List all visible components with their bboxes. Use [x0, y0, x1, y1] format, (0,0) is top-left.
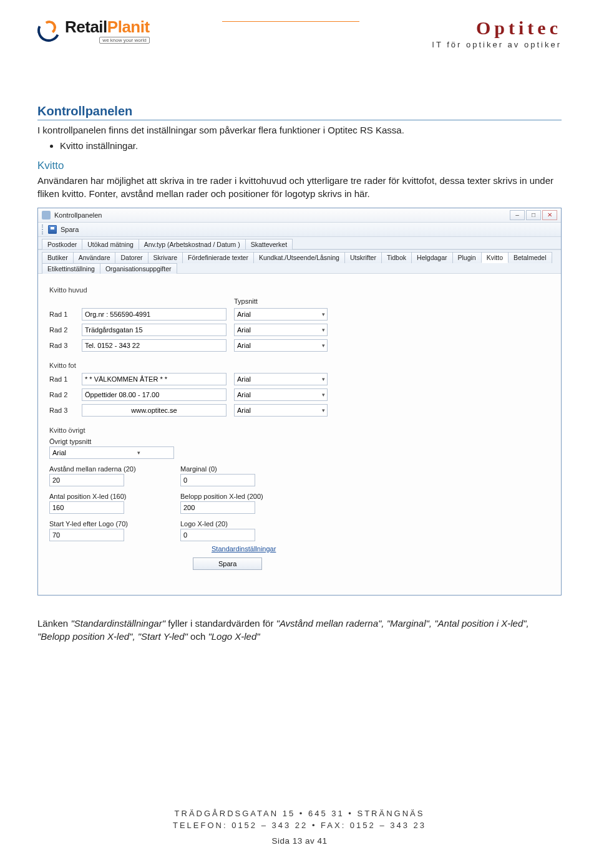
window-title: Kontrollpanelen — [54, 211, 102, 219]
group-title-ovrigt: Kvitto övrigt — [49, 427, 550, 434]
group-kvitto-fot: Kvitto fot Rad 1 ▾ Rad 2 ▾ Rad 3 ▾ — [49, 358, 550, 417]
group-kvitto-ovrigt: Kvitto övrigt Övrigt typsnitt ▾ Avstånd … — [49, 423, 550, 570]
antal-pos-input[interactable] — [49, 501, 124, 514]
after-t3: och — [188, 631, 208, 642]
fot-rad3-input[interactable] — [82, 404, 226, 417]
logo-retail-word: Retail — [65, 17, 107, 36]
tab-plugin[interactable]: Plugin — [452, 252, 482, 263]
logo-xled-label: Logo X-led (20) — [180, 520, 299, 528]
bullet-list: Kvitto inställningar. — [60, 140, 562, 151]
tab-skatteverket[interactable]: Skatteverket — [245, 239, 293, 249]
close-button[interactable]: ✕ — [542, 210, 557, 220]
standard-link[interactable]: Standardinställningar — [212, 545, 276, 552]
fot-rad2-input[interactable] — [82, 388, 226, 401]
fot-rad1-input[interactable] — [82, 373, 226, 385]
toolbar-grip-icon — [42, 224, 44, 234]
brand-subtitle: IT för optiker av optiker — [432, 40, 562, 49]
marginal-label: Marginal (0) — [180, 465, 299, 473]
after-paragraph: Länken "Standardinställningar" fyller i … — [37, 617, 562, 643]
footer-phone: TELEFON: 0152 – 343 22 • FAX: 0152 – 343… — [0, 821, 599, 830]
fot-rad1-font[interactable] — [234, 373, 328, 385]
tab-kvitto[interactable]: Kvitto — [481, 252, 509, 263]
save-icon[interactable] — [48, 225, 57, 234]
minimize-button[interactable]: – — [510, 210, 525, 220]
app-window-kontrollpanelen: Kontrollpanelen – □ ✕ Spara Postkoder Ut… — [37, 208, 562, 596]
antal-pos-label: Antal position X-led (160) — [49, 493, 168, 500]
group-title-huvud: Kvitto huvud — [49, 286, 550, 294]
belopp-pos-label: Belopp position X-led (200) — [180, 493, 299, 500]
huvud-rad1-font[interactable] — [234, 308, 328, 321]
huvud-rad2-label: Rad 2 — [49, 326, 74, 334]
logo-swoosh-icon — [37, 19, 60, 42]
logo-retail-planit: RetailPlanit we know your world — [37, 17, 150, 44]
logo-xled-input[interactable] — [180, 529, 255, 541]
subheading-kvitto: Kvitto — [37, 160, 562, 172]
group-title-fot: Kvitto fot — [49, 362, 550, 369]
intro-paragraph: I kontrollpanelen finns det inställninga… — [37, 124, 562, 137]
footer-page-number: Sida 13 av 41 — [0, 836, 599, 846]
window-controls: – □ ✕ — [510, 210, 557, 220]
huvud-rad2-font[interactable] — [234, 324, 328, 336]
logo-underline — [222, 21, 359, 22]
page-footer: TRÄDGÅRDSGATAN 15 • 645 31 • STRÄNGNÄS T… — [0, 806, 599, 846]
tab-skrivare[interactable]: Skrivare — [148, 252, 183, 263]
marginal-input[interactable] — [180, 474, 255, 486]
tab-butiker[interactable]: Butiker — [42, 252, 74, 263]
ovrigt-typsnitt-label: Övrigt typsnitt — [49, 438, 550, 445]
tab-organisationsuppgifter[interactable]: Organisationsuppgifter — [100, 263, 177, 274]
tab-helgdagar[interactable]: Helgdagar — [411, 252, 452, 263]
fot-rad3-font[interactable] — [234, 404, 328, 417]
start-yled-input[interactable] — [49, 529, 124, 541]
tab-datorer[interactable]: Datorer — [115, 252, 148, 263]
logo-planit-word: Planit — [107, 17, 150, 36]
huvud-rad3-input[interactable] — [82, 339, 226, 352]
logo-text: RetailPlanit — [65, 17, 150, 37]
tab-fordefinierade-texter[interactable]: Fördefinierade texter — [182, 252, 254, 263]
brand-block: Optitec IT för optiker av optiker — [432, 17, 562, 49]
fot-rad1-label: Rad 1 — [49, 375, 74, 383]
form-save-button[interactable]: Spara — [193, 557, 262, 570]
fot-rad3-label: Rad 3 — [49, 407, 74, 414]
tabstrip-bottom: Butiker Användare Datorer Skrivare Förde… — [38, 249, 561, 274]
fot-rad2-font[interactable] — [234, 388, 328, 401]
after-q1: "Standardinställningar" — [71, 618, 165, 629]
after-q3: "Logo X-led" — [208, 631, 260, 642]
tab-kundkat[interactable]: Kundkat./Utseende/Låsning — [253, 252, 345, 263]
huvud-rad2-input[interactable] — [82, 324, 226, 336]
tab-etikettinstallning[interactable]: Etikettinställning — [42, 263, 100, 274]
bullet-item: Kvitto inställningar. — [60, 140, 562, 151]
window-icon — [42, 211, 51, 219]
typsnitt-header: Typsnitt — [234, 297, 258, 305]
page-header: RetailPlanit we know your world Optitec … — [37, 0, 562, 54]
huvud-rad1-input[interactable] — [82, 308, 226, 321]
group-kvitto-huvud: Kvitto huvud Typsnitt Rad 1 ▾ Rad 2 ▾ Ra… — [49, 282, 550, 352]
kvitto-paragraph: Användaren har möjlighet att skriva in t… — [37, 175, 562, 200]
form-area: Kvitto huvud Typsnitt Rad 1 ▾ Rad 2 ▾ Ra… — [38, 274, 561, 595]
tab-tidbok[interactable]: Tidbok — [381, 252, 412, 263]
huvud-rad1-label: Rad 1 — [49, 311, 74, 318]
belopp-pos-input[interactable] — [180, 501, 255, 514]
tab-anvandare[interactable]: Användare — [73, 252, 116, 263]
tabstrip-top: Postkoder Utökad mätning Anv.typ (Arbets… — [38, 237, 561, 249]
window-titlebar: Kontrollpanelen – □ ✕ — [38, 208, 561, 223]
avstand-input[interactable] — [49, 474, 124, 486]
tab-postkoder[interactable]: Postkoder — [42, 239, 82, 249]
ovrigt-typsnitt-select[interactable] — [49, 446, 174, 459]
section-heading-kontrollpanelen: Kontrollpanelen — [37, 104, 562, 120]
footer-address: TRÄDGÅRDSGATAN 15 • 645 31 • STRÄNGNÄS — [0, 809, 599, 818]
start-yled-label: Start Y-led efter Logo (70) — [49, 520, 168, 528]
maximize-button[interactable]: □ — [526, 210, 541, 220]
tab-anvtyp[interactable]: Anv.typ (Arbetskostnad / Datum ) — [139, 239, 246, 249]
tab-betalmedel[interactable]: Betalmedel — [508, 252, 552, 263]
toolbar-save-label[interactable]: Spara — [61, 226, 79, 233]
tab-utskrifter[interactable]: Utskrifter — [344, 252, 382, 263]
tab-utokad-matning[interactable]: Utökad mätning — [82, 239, 139, 249]
brand-name: Optitec — [432, 17, 562, 39]
after-t1: Länken — [37, 618, 71, 629]
fot-rad2-label: Rad 2 — [49, 391, 74, 398]
toolbar: Spara — [38, 223, 561, 237]
avstand-label: Avstånd mellan raderna (20) — [49, 465, 168, 473]
logo-tagline: we know your world — [99, 37, 149, 44]
huvud-rad3-label: Rad 3 — [49, 342, 74, 349]
huvud-rad3-font[interactable] — [234, 339, 328, 352]
